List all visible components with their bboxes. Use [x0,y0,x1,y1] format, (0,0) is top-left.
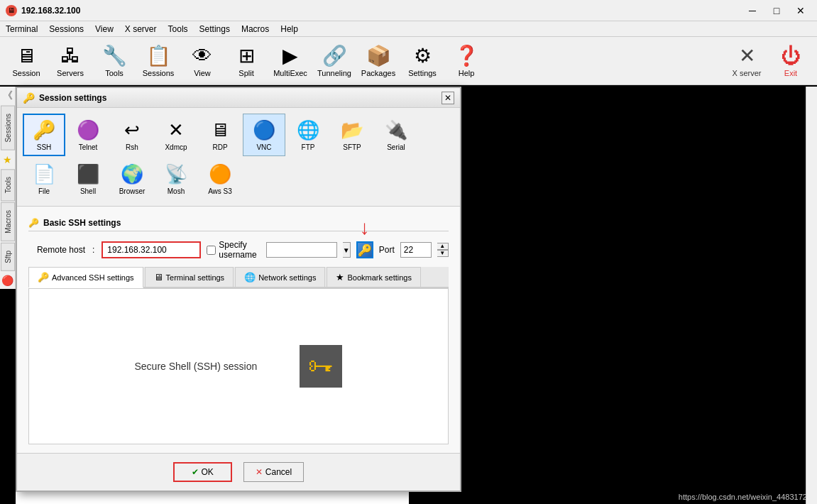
multiexec-icon: ▶ [283,44,298,67]
key-browse-button[interactable]: 🔑 [356,241,373,258]
session-type-ftp[interactable]: 🌐 FTP [287,114,329,156]
specify-username-label: Specify username [219,240,260,260]
toolbar-settings[interactable]: ⚙ Settings [402,40,443,82]
menu-view[interactable]: View [89,23,119,35]
ok-label: OK [202,467,214,477]
sftp-icon: 📂 [341,119,363,141]
remote-host-row: Remote host : Specify username ▼ ↓ 🔑 Por… [28,240,449,260]
toolbar-help[interactable]: ❓ Help [446,40,487,82]
username-dropdown[interactable]: ▼ [343,242,351,258]
session-type-serial[interactable]: 🔌 Serial [375,114,417,156]
view-icon: 👁 [192,44,212,67]
toolbar-tools-label: Tools [105,69,124,77]
nav-star[interactable]: ★ [0,151,15,168]
session-type-vnc[interactable]: 🔵 VNC [243,114,285,156]
session-type-file[interactable]: 📄 File [23,158,65,200]
key-icon-box: 🗝 [300,345,342,388]
toolbar-tunneling-label: Tunneling [317,69,351,77]
toolbar-tools[interactable]: 🔧 Tools [94,40,135,82]
xserver-icon: ✕ [739,44,755,67]
nav-red[interactable]: 🔴 [0,272,16,289]
nav-macros[interactable]: Macros [1,202,15,241]
menu-tools[interactable]: Tools [163,23,194,35]
key-browse-container: ↓ 🔑 [356,241,373,258]
session-type-browser[interactable]: 🌍 Browser [111,158,153,200]
toolbar-packages[interactable]: 📦 Packages [358,40,399,82]
remote-host-input[interactable] [102,241,201,258]
session-settings-dialog: 🔑 Session settings ✕ 🔑 SSH 🟣 Telnet ↩ Rs… [16,87,461,492]
tab-bookmark-label: Bookmark settings [347,273,411,282]
cancel-button[interactable]: ✕ Cancel [243,462,304,482]
maximize-button[interactable]: □ [766,4,787,18]
session-type-xdmcp[interactable]: ✕ Xdmcp [155,114,197,156]
menu-help[interactable]: Help [275,23,304,35]
toolbar-split[interactable]: ⊞ Split [226,40,267,82]
settings-icon: ⚙ [414,44,432,67]
nav-arrows[interactable]: 《 [0,87,16,105]
toolbar-session[interactable]: 🖥 Session [6,40,47,82]
session-type-awss3[interactable]: 🟠 Aws S3 [199,158,241,200]
nav-tools[interactable]: Tools [1,169,15,201]
scrollbar-right[interactable] [806,87,817,504]
tab-bookmark[interactable]: ★ Bookmark settings [327,267,420,287]
session-type-shell[interactable]: ⬛ Shell [67,158,109,200]
rsh-icon: ↩ [124,119,140,141]
port-up-button[interactable]: ▲ [437,243,449,250]
settings-body: 🔑 Basic SSH settings Remote host : Speci… [17,207,460,453]
toolbar-view-label: View [194,69,211,77]
session-type-telnet[interactable]: 🟣 Telnet [67,114,109,156]
tab-terminal[interactable]: 🖥 Terminal settings [145,267,234,287]
tab-advanced-ssh-label: Advanced SSH settings [52,273,134,282]
nav-sessions[interactable]: Sessions [1,106,15,150]
tab-network[interactable]: 🌐 Network settings [235,267,325,287]
ok-check-icon: ✔ [192,467,199,477]
terminal-tab-icon: 🖥 [154,272,163,283]
menu-macros[interactable]: Macros [236,23,275,35]
toolbar-sessions-label: Sessions [143,69,175,77]
username-input[interactable] [266,242,337,258]
modal-overlay: 🔑 Session settings ✕ 🔑 SSH 🟣 Telnet ↩ Rs… [16,87,409,504]
cancel-x-icon: ✕ [256,467,263,477]
advanced-ssh-tab-icon: 🔑 [38,272,49,283]
remote-host-label: Remote host [28,245,85,255]
tab-terminal-label: Terminal settings [166,273,225,282]
modal-title: Session settings [39,93,442,103]
toolbar-xserver[interactable]: ✕ X server [726,40,767,82]
mosh-label: Mosh [168,187,185,195]
toolbar-exit[interactable]: ⏻ Exit [770,40,811,82]
tab-advanced-ssh[interactable]: 🔑 Advanced SSH settings [28,267,143,288]
session-type-rdp[interactable]: 🖥 RDP [199,114,241,156]
menu-xserver[interactable]: X server [119,23,163,35]
toolbar-sessions[interactable]: 📋 Sessions [138,40,179,82]
network-tab-icon: 🌐 [244,272,256,283]
minimize-button[interactable]: ─ [742,4,763,18]
toolbar-tunneling[interactable]: 🔗 Tunneling [314,40,355,82]
session-type-ssh[interactable]: 🔑 SSH [23,114,65,156]
vnc-label: VNC [256,143,271,151]
port-down-button[interactable]: ▼ [437,250,449,257]
nav-sftp[interactable]: Sftp [1,243,15,271]
specify-username-checkbox-label[interactable]: Specify username [207,240,260,260]
ok-button[interactable]: ✔ OK [173,462,232,482]
toolbar-multiexec[interactable]: ▶ MultiExec [270,40,311,82]
close-button[interactable]: ✕ [790,4,811,18]
section-header: 🔑 Basic SSH settings [28,215,449,231]
toolbar-help-label: Help [459,69,475,77]
session-type-mosh[interactable]: 📡 Mosh [155,158,197,200]
rsh-label: Rsh [126,143,138,151]
window-controls: ─ □ ✕ [742,4,811,18]
modal-close-button[interactable]: ✕ [442,92,454,104]
specify-username-checkbox[interactable] [207,246,216,255]
toolbar-view[interactable]: 👁 View [182,40,223,82]
tunneling-icon: 🔗 [322,44,347,67]
port-input[interactable] [400,242,432,258]
session-type-rsh[interactable]: ↩ Rsh [111,114,153,156]
toolbar-servers[interactable]: 🖧 Servers [50,40,91,82]
menu-terminal[interactable]: Terminal [0,23,43,35]
browser-icon: 🌍 [121,163,143,185]
rdp-icon: 🖥 [211,119,229,141]
left-nav: 《 Sessions ★ Tools Macros Sftp 🔴 [0,87,16,289]
session-type-sftp[interactable]: 📂 SFTP [331,114,373,156]
menu-settings[interactable]: Settings [194,23,236,35]
menu-sessions[interactable]: Sessions [43,23,89,35]
